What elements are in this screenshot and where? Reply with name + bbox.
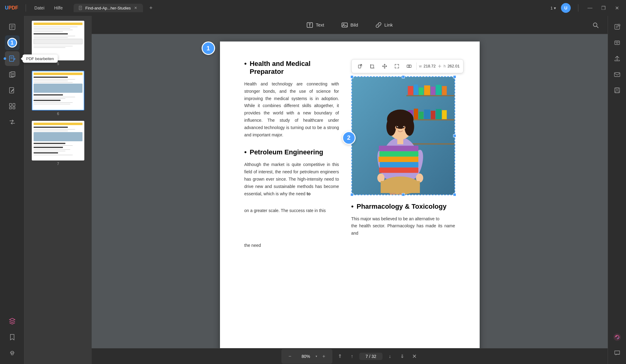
ocr-icon: OCR — [614, 23, 621, 30]
svg-point-58 — [403, 126, 404, 127]
main-layout: 1 PDF bearbeiten — [0, 16, 626, 364]
new-tab-button[interactable]: + — [147, 4, 155, 12]
bookmark-icon — [9, 333, 16, 341]
text-tool-button[interactable]: Text — [300, 19, 330, 31]
logo-u: U — [5, 5, 9, 10]
resize-handle-top-right[interactable] — [453, 75, 456, 78]
resize-handle-bottom-middle[interactable] — [402, 193, 405, 196]
content-area: 1 Health and Medical Preparator Health a… — [92, 34, 608, 348]
svg-rect-39 — [436, 85, 441, 95]
tab-title: Find-and-Ap...her-Studies — [85, 6, 131, 10]
svg-rect-81 — [616, 88, 618, 90]
img-tool-resize[interactable] — [355, 61, 365, 71]
width-value: 218.72 — [423, 64, 436, 68]
resize-handle-top-left[interactable] — [350, 75, 353, 78]
sidebar-icon-documents[interactable] — [5, 20, 20, 34]
img-tool-replace[interactable] — [404, 61, 414, 71]
bullet-section-2: Petroleum Engineering Although the marke… — [244, 148, 339, 197]
right-sidebar-ai[interactable] — [610, 330, 624, 344]
tab-close-button[interactable]: ✕ — [133, 5, 138, 10]
link-tool-button[interactable]: Link — [369, 19, 399, 31]
maximize-button[interactable]: ❐ — [599, 4, 608, 12]
right-sidebar-save[interactable] — [610, 83, 624, 98]
documents-icon — [9, 23, 16, 31]
svg-rect-35 — [414, 85, 418, 95]
search-icon — [592, 22, 599, 28]
sidebar-icon-organize[interactable] — [5, 99, 20, 114]
svg-rect-32 — [406, 119, 454, 120]
step-1-circle: 1 — [202, 41, 215, 55]
nav-last-button[interactable]: ⇓ — [396, 350, 408, 362]
right-sidebar-chat[interactable] — [610, 346, 624, 360]
separator — [26, 4, 26, 12]
pharmacology-body: This major was believed to be an alterna… — [351, 215, 455, 223]
nav-first-button[interactable]: ⇑ — [334, 350, 346, 362]
resize-handle-middle-right[interactable] — [453, 134, 456, 137]
link-tool-icon — [375, 22, 382, 28]
height-label: h — [444, 64, 446, 68]
thumbnail-page-7[interactable]: 7 — [31, 120, 86, 167]
sidebar-icon-convert[interactable] — [5, 115, 20, 129]
zoom-out-button[interactable]: − — [284, 350, 296, 362]
thumbnail-page-6[interactable]: 6 — [31, 70, 86, 117]
titlebar: UPDF Datei Hilfe Find-and-Ap...her-Studi… — [0, 0, 626, 16]
organize-icon — [9, 103, 16, 110]
logo-pdf: PDF — [9, 5, 18, 10]
zoom-in-button[interactable]: + — [318, 350, 330, 362]
nav-next-button[interactable]: ↓ — [384, 350, 396, 362]
menu-hilfe[interactable]: Hilfe — [50, 4, 66, 12]
right-sidebar-share[interactable] — [610, 51, 624, 66]
resize-handle-bottom-right[interactable] — [453, 193, 456, 196]
search-button[interactable] — [589, 19, 602, 31]
email-icon — [614, 71, 621, 78]
sidebar-icon-edit[interactable]: 1 — [5, 35, 20, 50]
nav-prev-button[interactable]: ↑ — [346, 350, 358, 362]
zoom-dropdown-button[interactable]: ▾ — [316, 355, 317, 358]
user-avatar[interactable]: U — [561, 3, 571, 13]
link-size-icon — [437, 64, 442, 68]
text-tool-label: Text — [316, 22, 324, 27]
sidebar-icon-pages[interactable] — [5, 67, 20, 82]
pharmacology-body-2: the health sector. Pharmacology has made… — [351, 222, 455, 237]
bullet-1-body: Health and technology are connecting wit… — [244, 81, 339, 139]
bullet-2-body: Although the market is quite competitive… — [244, 161, 339, 197]
close-nav-button[interactable]: ✕ — [409, 351, 419, 361]
document-tab[interactable]: Find-and-Ap...her-Studies ✕ — [74, 4, 143, 12]
page-navigation: 7 / 32 — [359, 353, 383, 360]
right-sidebar-email[interactable] — [610, 67, 624, 82]
bullet-section-1: Health and Medical Preparator Health and… — [244, 60, 339, 139]
sidebar-icon-annotate[interactable] — [5, 83, 20, 98]
save-icon — [614, 87, 621, 94]
close-button[interactable]: ✕ — [613, 4, 621, 12]
menu-datei[interactable]: Datei — [31, 4, 48, 12]
sidebar-icon-layers[interactable] — [5, 314, 20, 329]
svg-rect-17 — [13, 103, 15, 106]
thumbnail-6-number: 6 — [32, 112, 84, 116]
bild-tool-icon — [341, 22, 348, 28]
right-sidebar-ocr[interactable]: OCR — [610, 20, 624, 34]
pdf-edit-icon — [9, 55, 16, 62]
sidebar-icon-bookmark[interactable] — [5, 330, 20, 344]
img-tool-move[interactable] — [380, 61, 390, 71]
svg-rect-42 — [414, 109, 418, 119]
resize-handle-bottom-left[interactable] — [350, 193, 353, 196]
svg-rect-16 — [9, 103, 12, 106]
svg-rect-71 — [390, 193, 396, 194]
convert-icon — [9, 118, 16, 126]
sidebar-icon-tools[interactable] — [5, 346, 20, 360]
img-tool-crop[interactable] — [368, 61, 377, 71]
svg-point-57 — [397, 126, 398, 127]
img-tool-fit[interactable] — [392, 61, 402, 71]
bild-tool-button[interactable]: Bild — [335, 19, 364, 31]
minimize-button[interactable]: — — [586, 4, 594, 12]
svg-rect-66 — [378, 157, 418, 162]
bottom-text-area: the need — [244, 242, 455, 249]
svg-rect-59 — [397, 137, 403, 144]
top-toolbar: Text Bild L — [92, 16, 608, 34]
selected-image[interactable] — [351, 76, 455, 195]
step-1-badge: 1 — [7, 38, 17, 48]
sidebar-icon-pdf-edit[interactable]: PDF bearbeiten — [5, 51, 20, 66]
page-indicator[interactable]: 1 ▾ — [551, 6, 556, 10]
right-sidebar-scan[interactable] — [610, 35, 624, 50]
resize-handle-top-middle[interactable] — [402, 75, 405, 78]
